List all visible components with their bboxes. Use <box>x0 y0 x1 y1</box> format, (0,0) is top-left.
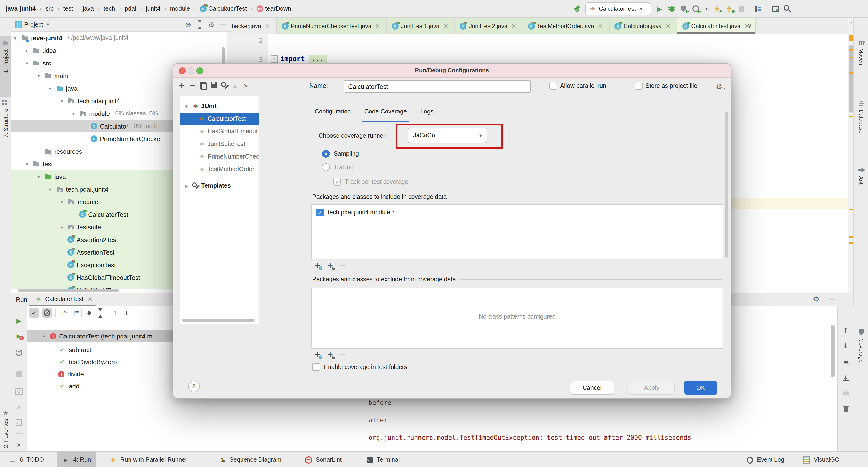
bolt-run-icon[interactable] <box>713 5 721 12</box>
run-window-icon[interactable] <box>772 5 779 12</box>
checkbox-icon[interactable] <box>635 82 643 90</box>
copy-icon[interactable] <box>199 82 207 89</box>
move-up-icon[interactable] <box>231 82 239 89</box>
breadcrumb-item[interactable]: module <box>169 5 191 12</box>
collapse-all2-icon[interactable] <box>96 309 104 317</box>
dialog-tab[interactable]: Configuration <box>315 108 351 115</box>
print-icon[interactable] <box>842 390 849 397</box>
tree-expand-arrow-icon[interactable] <box>24 47 30 54</box>
editor-tab[interactable]: JunitTest2.java <box>455 18 523 34</box>
tool-strip-item[interactable]: 7: Structure <box>0 96 11 172</box>
add-class-icon[interactable] <box>314 351 321 359</box>
x-icon[interactable] <box>264 22 271 30</box>
breadcrumb-item[interactable]: junit4 <box>145 5 161 12</box>
editor-tab[interactable]: CalculatorTest.java <box>677 18 756 34</box>
project-panel-title[interactable]: Project <box>24 21 43 28</box>
tool-strip-item[interactable]: Maven <box>854 38 868 65</box>
gear-icon[interactable] <box>812 295 820 303</box>
name-input[interactable] <box>344 80 531 93</box>
folded-imports[interactable]: ... <box>309 55 327 63</box>
console-scrollbar[interactable] <box>831 325 835 377</box>
tree-expand-arrow-icon[interactable] <box>35 174 42 180</box>
x-icon[interactable] <box>374 22 382 30</box>
statusbar-item[interactable]: VisualGC <box>798 452 844 467</box>
minimize-window-icon[interactable] <box>188 67 194 74</box>
editor-error-stripe[interactable] <box>848 18 854 293</box>
dialog-title-bar[interactable]: Run/Debug Configurations <box>173 64 731 77</box>
checkbox-icon[interactable] <box>316 209 324 216</box>
stop-icon[interactable] <box>738 5 745 12</box>
breadcrumb-item[interactable]: java-junit4 <box>5 5 37 12</box>
sampling-radio[interactable]: Sampling <box>322 150 359 158</box>
configuration-row[interactable]: JunitSuiteTest <box>180 138 259 150</box>
configuration-row[interactable]: CalculatorTest <box>180 113 259 125</box>
hidden-tabs-icon[interactable] <box>746 22 753 30</box>
editor-tab[interactable]: hecker.java <box>227 18 277 34</box>
tree-expand-arrow-icon[interactable] <box>24 60 30 66</box>
run-tab[interactable]: CalculatorTest <box>31 293 98 305</box>
caret-down-icon[interactable] <box>704 5 709 12</box>
editor-tab[interactable]: Calculator.java <box>610 18 677 34</box>
gear-icon[interactable] <box>208 21 215 28</box>
checkbox-icon[interactable] <box>312 363 320 371</box>
scrollend-icon[interactable] <box>842 374 849 382</box>
debug-icon[interactable] <box>668 5 676 12</box>
breadcrumb-item[interactable]: src <box>44 5 55 12</box>
tree-expand-arrow-icon[interactable] <box>59 98 65 104</box>
include-patterns-list[interactable]: tech.pdai.junit4.module.* <box>311 204 723 259</box>
add-icon[interactable] <box>178 82 186 89</box>
hide-icon[interactable] <box>219 21 227 28</box>
tree-expand-arrow-icon[interactable] <box>59 198 65 205</box>
allow-parallel-run-checkbox[interactable]: Allow parallel run <box>550 82 606 90</box>
editor-tab[interactable]: JunitTest1.java <box>387 18 455 34</box>
statusbar-item[interactable]: Event Log <box>741 452 789 467</box>
templates-row[interactable]: Templates <box>180 180 259 192</box>
add-class-icon[interactable] <box>314 261 321 269</box>
statusbar-item[interactable]: Run with Parallel Runner <box>104 452 192 467</box>
store-options-gear-icon[interactable] <box>715 83 723 91</box>
ok-button[interactable]: OK <box>684 381 717 395</box>
checkbox-checked-disabled-icon[interactable] <box>333 178 341 186</box>
close-icon[interactable] <box>86 295 94 303</box>
prev-icon[interactable] <box>112 309 119 317</box>
breadcrumb-item[interactable]: tech <box>102 5 116 12</box>
fold-toggle[interactable]: + <box>271 55 278 63</box>
checkbox-icon[interactable] <box>550 82 557 90</box>
config-type-row[interactable]: JUnit <box>180 100 259 113</box>
x-icon[interactable] <box>664 22 672 30</box>
tree-expand-arrow-icon[interactable] <box>41 333 47 339</box>
rerun-failed-icon[interactable] <box>15 332 23 340</box>
up-icon[interactable] <box>842 326 849 334</box>
search-icon[interactable] <box>784 5 792 12</box>
profiler-icon[interactable] <box>692 5 700 12</box>
cancel-button[interactable]: Cancel <box>570 381 614 395</box>
filter-pass-icon[interactable] <box>29 308 39 318</box>
run-configuration-select[interactable]: CalculatorTest <box>585 2 651 15</box>
softwrap-icon[interactable] <box>842 359 849 366</box>
tree-expand-arrow-icon[interactable] <box>47 186 53 192</box>
editor-tab[interactable]: TestMethodOrder.java <box>523 18 610 34</box>
configuration-row[interactable]: HasGlobalTimeoutTest <box>180 125 259 138</box>
statusbar-item[interactable]: Sequence Diagram <box>213 452 286 467</box>
dialog-tab[interactable]: Code Coverage <box>364 108 407 115</box>
dialog-vscrollbar[interactable] <box>725 112 728 257</box>
autotest-icon[interactable] <box>15 349 23 356</box>
breadcrumb-item[interactable]: tearDown <box>255 5 292 12</box>
sort-dur-icon[interactable] <box>70 309 78 317</box>
zoom-window-icon[interactable] <box>196 67 203 74</box>
configuration-row[interactable]: TestMethodOrder <box>180 163 259 176</box>
statusbar-item[interactable]: 6: TODO <box>4 452 49 467</box>
add-package-icon[interactable] <box>327 261 334 269</box>
save-icon[interactable] <box>210 82 218 89</box>
exclude-patterns-list[interactable]: No class patterns configured <box>311 287 723 349</box>
filter-ignored-icon[interactable] <box>42 308 52 318</box>
expand-all-icon[interactable] <box>85 309 93 317</box>
trash-icon[interactable] <box>842 405 849 413</box>
project-hscrollbar[interactable] <box>18 289 119 292</box>
breadcrumb-item[interactable]: java <box>82 5 95 12</box>
breadcrumb-item[interactable]: test <box>62 5 74 12</box>
bolt-debug-icon[interactable] <box>725 5 733 12</box>
rerun-icon[interactable] <box>15 317 23 324</box>
tree-expand-arrow-icon[interactable] <box>47 85 53 91</box>
tree-expand-arrow-icon[interactable] <box>24 161 30 167</box>
